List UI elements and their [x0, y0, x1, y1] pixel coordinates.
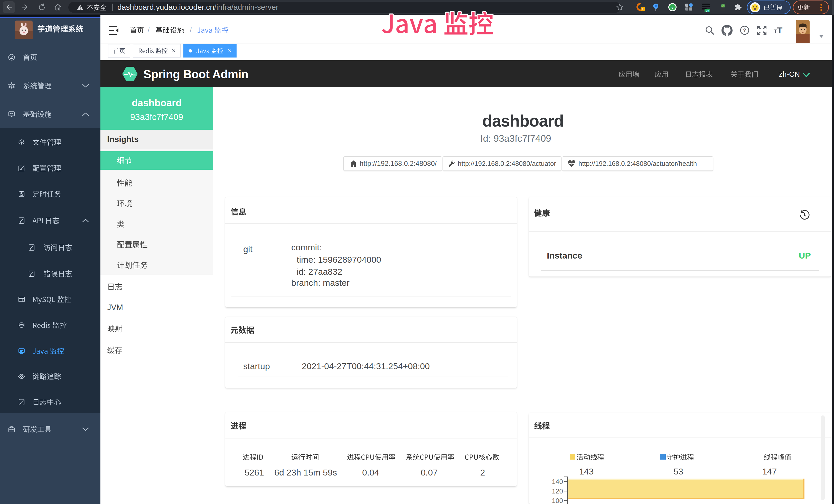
svg-text:1: 1	[642, 7, 643, 11]
svg-text:?: ?	[743, 27, 746, 33]
svg-text:on: on	[706, 9, 709, 12]
svg-text:v: v	[672, 5, 674, 9]
